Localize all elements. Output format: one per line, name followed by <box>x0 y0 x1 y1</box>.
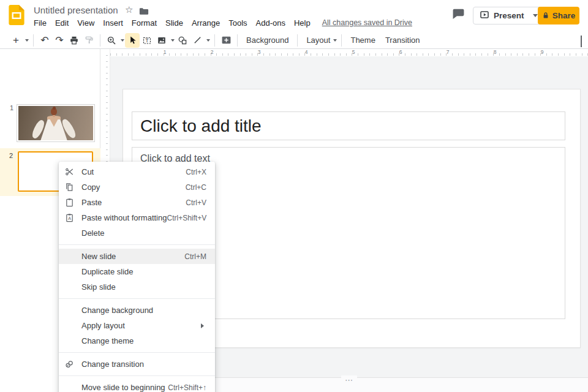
insert-image-icon[interactable] <box>154 33 169 48</box>
toolbar-separator <box>297 34 298 47</box>
saved-status-link[interactable]: All changes saved in Drive <box>315 17 415 29</box>
print-icon[interactable] <box>67 33 81 48</box>
menu-insert[interactable]: Insert <box>99 17 127 29</box>
menu-view[interactable]: View <box>73 17 99 29</box>
menu-item-change-background[interactable]: Change background <box>59 303 215 318</box>
menu-separator <box>59 298 215 299</box>
transition-icon <box>65 360 74 369</box>
line-dropdown-icon[interactable] <box>206 39 210 43</box>
background-button[interactable]: Background <box>241 33 293 47</box>
paste-icon <box>65 198 74 207</box>
cut-icon <box>65 167 74 176</box>
insert-placeholder-icon[interactable] <box>219 33 233 48</box>
ruler-number: 5 <box>352 49 355 55</box>
toolbar-separator <box>341 34 342 47</box>
menu-addons[interactable]: Add-ons <box>252 17 290 29</box>
menu-item-duplicate-slide[interactable]: Duplicate slide <box>59 264 215 279</box>
copy-icon <box>65 183 74 192</box>
zoom-dropdown-icon[interactable] <box>121 39 124 43</box>
ruler-number: 6 <box>399 49 402 55</box>
redo-icon[interactable]: ↷ <box>52 33 67 48</box>
slides-logo-icon[interactable] <box>9 5 24 28</box>
title-placeholder-box[interactable]: Click to add title <box>132 111 565 140</box>
menu-file[interactable]: File <box>29 17 51 29</box>
present-dropdown-icon[interactable] <box>533 14 538 20</box>
menu-separator <box>59 375 215 376</box>
image-dropdown-icon[interactable] <box>171 39 175 43</box>
lock-icon <box>542 10 549 21</box>
present-button[interactable]: Present <box>473 7 543 24</box>
menu-item-skip-slide[interactable]: Skip slide <box>59 279 215 295</box>
slide-1-thumbnail[interactable] <box>17 104 95 142</box>
ruler-number: 7 <box>447 49 450 55</box>
menu-edit[interactable]: Edit <box>51 17 73 29</box>
document-title[interactable]: Untitled presentation <box>34 5 118 15</box>
menu-item-delete[interactable]: Delete <box>59 225 215 241</box>
toolbar: + ↶ ↷ T <box>0 32 588 49</box>
layout-button[interactable]: Layout <box>301 33 331 47</box>
undo-icon[interactable]: ↶ <box>37 33 52 48</box>
collapse-toolbar-icon[interactable] <box>581 37 582 48</box>
submenu-arrow-icon <box>201 323 206 328</box>
slide-2-number: 2 <box>9 152 13 159</box>
present-icon <box>480 10 489 22</box>
paint-format-icon[interactable] <box>81 33 96 48</box>
ruler-number: 9 <box>541 49 544 55</box>
star-icon[interactable]: ☆ <box>125 4 133 15</box>
slide-1-photo <box>18 106 93 140</box>
layout-dropdown-icon[interactable] <box>333 39 337 43</box>
title-placeholder-text: Click to add title <box>140 116 262 136</box>
text-box-icon[interactable]: T <box>140 33 154 48</box>
paste-without-formatting-icon: A <box>65 213 74 222</box>
menu-item-change-transition[interactable]: Change transition <box>59 356 215 372</box>
theme-button[interactable]: Theme <box>345 33 380 47</box>
menu-separator <box>59 352 215 353</box>
menu-item-paste[interactable]: Paste Ctrl+V <box>59 195 215 210</box>
app-header: Untitled presentation ☆ File Edit View I… <box>0 0 588 32</box>
menu-item-apply-layout[interactable]: Apply layout <box>59 318 215 333</box>
toolbar-separator <box>100 34 100 47</box>
svg-text:T: T <box>145 37 149 43</box>
menu-item-cut[interactable]: Cut Ctrl+X <box>59 164 215 179</box>
ruler-number: 4 <box>305 49 308 55</box>
svg-text:A: A <box>68 216 71 221</box>
present-label: Present <box>494 11 524 20</box>
toolbar-separator <box>214 34 215 47</box>
menu-format[interactable]: Format <box>127 17 161 29</box>
menu-item-move-slide-to-beginning[interactable]: Move slide to beginning Ctrl+Shift+↑ <box>59 380 215 392</box>
share-label: Share <box>552 11 576 20</box>
folder-icon[interactable] <box>139 7 149 18</box>
menu-tools[interactable]: Tools <box>224 17 251 29</box>
menu-item-copy[interactable]: Copy Ctrl+C <box>59 179 215 195</box>
menu-slide[interactable]: Slide <box>161 17 187 29</box>
notes-resize-handle[interactable]: ⋯ <box>341 375 357 385</box>
comments-icon[interactable] <box>452 8 465 22</box>
menu-separator <box>59 244 215 245</box>
menu-item-paste-without-formatting[interactable]: A Paste without formatting Ctrl+Shift+V <box>59 210 215 225</box>
share-button[interactable]: Share <box>538 7 579 24</box>
toolbar-separator <box>33 34 34 47</box>
horizontal-ruler: 1 2 3 4 5 6 7 8 9 <box>110 49 588 56</box>
context-menu: Cut Ctrl+X Copy Ctrl+C Paste Ctrl+V A <box>59 162 215 392</box>
line-tool-icon[interactable] <box>190 33 205 48</box>
zoom-icon[interactable] <box>104 33 119 48</box>
transition-button[interactable]: Transition <box>380 33 425 47</box>
ruler-number: 2 <box>211 49 214 55</box>
menu-item-new-slide[interactable]: New slide Ctrl+M <box>59 249 215 264</box>
ruler-number: 3 <box>258 49 261 55</box>
menubar: File Edit View Insert Format Slide Arran… <box>29 17 415 29</box>
new-slide-dropdown-icon[interactable] <box>25 39 29 43</box>
menu-arrange[interactable]: Arrange <box>187 17 224 29</box>
select-tool-icon[interactable] <box>125 33 140 48</box>
shape-tool-icon[interactable] <box>175 33 190 48</box>
ruler-number: 8 <box>494 49 497 55</box>
slide-1-number: 1 <box>10 104 13 111</box>
menu-help[interactable]: Help <box>290 17 315 29</box>
new-slide-button[interactable]: + <box>9 33 23 48</box>
ruler-number: 1 <box>164 49 167 55</box>
menu-item-change-theme[interactable]: Change theme <box>59 333 215 349</box>
toolbar-separator <box>237 34 238 47</box>
